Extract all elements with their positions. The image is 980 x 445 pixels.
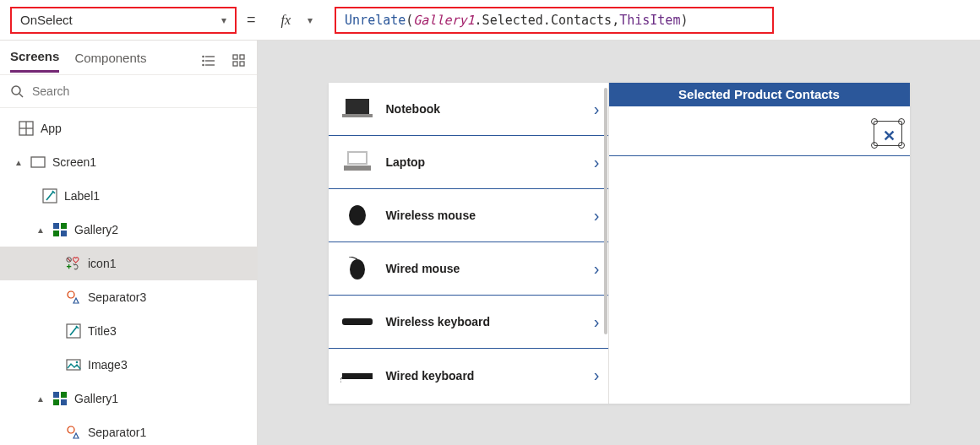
formula-token: ) (680, 13, 688, 28)
image-icon (66, 357, 81, 372)
tree-label: Separator3 (88, 290, 146, 304)
close-icon[interactable]: ✕ (883, 127, 896, 145)
svg-rect-8 (233, 62, 237, 66)
app-canvas[interactable]: Notebook › Laptop › Wireless mouse › Wir… (329, 83, 910, 404)
svg-point-10 (12, 86, 20, 95)
svg-point-29 (76, 361, 79, 364)
tree-item-app[interactable]: App (0, 111, 257, 145)
svg-rect-19 (53, 231, 59, 236)
label-icon (42, 188, 57, 204)
formula-token-function: Unrelate (345, 13, 406, 28)
product-thumb (340, 363, 374, 388)
separator-icon (66, 290, 81, 305)
svg-rect-20 (61, 231, 67, 236)
caret-down-icon[interactable]: ▲ (14, 158, 24, 167)
chevron-right-icon[interactable]: › (594, 312, 600, 332)
tabs-row: Screens Components (0, 41, 257, 73)
search-icon (10, 84, 24, 98)
tree-label: Screen1 (52, 155, 96, 169)
scrollbar[interactable] (604, 88, 607, 334)
tree-item-separator1[interactable]: Separator1 (0, 415, 257, 445)
product-thumb (340, 96, 374, 122)
tree-label: Label1 (64, 189, 100, 203)
tree-label: Gallery2 (74, 223, 118, 236)
gallery1-item[interactable]: Wireless keyboard › (329, 296, 608, 349)
svg-point-25 (68, 291, 74, 298)
search-input[interactable] (32, 84, 247, 98)
svg-marker-26 (74, 298, 79, 303)
tree-label: App (41, 122, 62, 135)
screen-icon (30, 155, 46, 170)
grid-view-icon[interactable] (231, 53, 247, 68)
tree-label: Title3 (88, 324, 117, 338)
formula-token: .Selected.Contacts, (475, 13, 620, 28)
separator-icon (66, 425, 81, 440)
product-thumb (340, 203, 374, 228)
tree-item-title3[interactable]: Title3 (0, 314, 257, 348)
product-title: Wireless mouse (386, 209, 582, 222)
svg-point-3 (202, 56, 204, 58)
contacts-header: Selected Product Contacts (609, 83, 910, 106)
product-title: Wired keyboard (386, 369, 582, 383)
tree-item-screen1[interactable]: ▲ Screen1 (0, 145, 257, 179)
product-thumb (340, 309, 374, 334)
gallery2-item[interactable]: ✕ (609, 106, 910, 156)
gallery1-item[interactable]: Laptop › (329, 136, 608, 189)
tree-item-separator3[interactable]: Separator3 (0, 280, 257, 314)
product-thumb (340, 256, 374, 281)
label-icon (66, 323, 81, 339)
formula-bar: OnSelect ▾ = fx ▾ Unrelate ( Gallery1 .S… (0, 0, 980, 41)
gallery1-item[interactable]: Notebook › (329, 83, 608, 136)
caret-down-icon[interactable]: ▲ (35, 225, 46, 235)
gallery1-item[interactable]: Wireless mouse › (329, 189, 608, 242)
gallery1-item[interactable]: Wired mouse › (329, 242, 608, 296)
chevron-down-icon[interactable]: ▾ (308, 14, 313, 26)
property-selector[interactable]: OnSelect ▾ (10, 7, 237, 34)
formula-token-identifier: Gallery1 (413, 13, 474, 28)
product-title: Wired mouse (386, 262, 582, 275)
tab-screens[interactable]: Screens (10, 49, 59, 73)
gallery1-item[interactable]: Wired keyboard › (329, 349, 608, 402)
svg-point-4 (202, 60, 204, 62)
tree-item-gallery1[interactable]: ▲ Gallery1 (0, 382, 257, 415)
formula-token: ( (406, 13, 413, 28)
product-title: Notebook (386, 102, 582, 116)
tree: App ▲ Screen1 Label1 ▲ Galle (0, 108, 257, 445)
tree-options-icon[interactable] (201, 53, 216, 68)
svg-rect-32 (53, 399, 59, 405)
tree-item-icon1[interactable]: icon1 (0, 247, 257, 280)
tree-item-gallery2[interactable]: ▲ Gallery2 (0, 213, 257, 247)
svg-rect-17 (53, 223, 59, 229)
chevron-right-icon[interactable]: › (594, 259, 600, 279)
formula-input[interactable]: Unrelate ( Gallery1 .Selected.Contacts, … (335, 7, 774, 34)
svg-rect-15 (31, 157, 45, 167)
svg-rect-6 (233, 55, 237, 59)
svg-rect-40 (344, 166, 371, 171)
formula-token-thisitem: ThisItem (619, 13, 680, 28)
caret-down-icon[interactable]: ▲ (35, 394, 46, 404)
product-title: Laptop (386, 155, 582, 169)
gallery-icon (52, 222, 68, 237)
gallery1[interactable]: Notebook › Laptop › Wireless mouse › Wir… (329, 83, 609, 404)
chevron-right-icon[interactable]: › (594, 100, 600, 119)
svg-line-22 (68, 258, 71, 262)
chevron-right-icon[interactable]: › (594, 206, 600, 225)
main-area: Screens Components App (0, 41, 980, 445)
icons-icon (66, 256, 81, 271)
svg-line-11 (19, 94, 23, 97)
svg-rect-30 (53, 392, 59, 398)
product-title: Wireless keyboard (386, 315, 582, 328)
tree-label: Separator1 (88, 426, 146, 439)
svg-rect-28 (67, 360, 80, 370)
tree-item-label1[interactable]: Label1 (0, 179, 257, 213)
svg-rect-31 (61, 392, 67, 398)
chevron-right-icon[interactable]: › (594, 153, 600, 172)
svg-rect-44 (342, 373, 373, 379)
tab-components[interactable]: Components (74, 51, 146, 72)
chevron-right-icon[interactable]: › (594, 366, 600, 385)
app-icon (19, 121, 34, 136)
tree-label: Image3 (88, 358, 128, 372)
svg-rect-43 (342, 318, 373, 325)
tree-item-image3[interactable]: Image3 (0, 348, 257, 382)
selection-handle[interactable]: ✕ (871, 118, 905, 149)
